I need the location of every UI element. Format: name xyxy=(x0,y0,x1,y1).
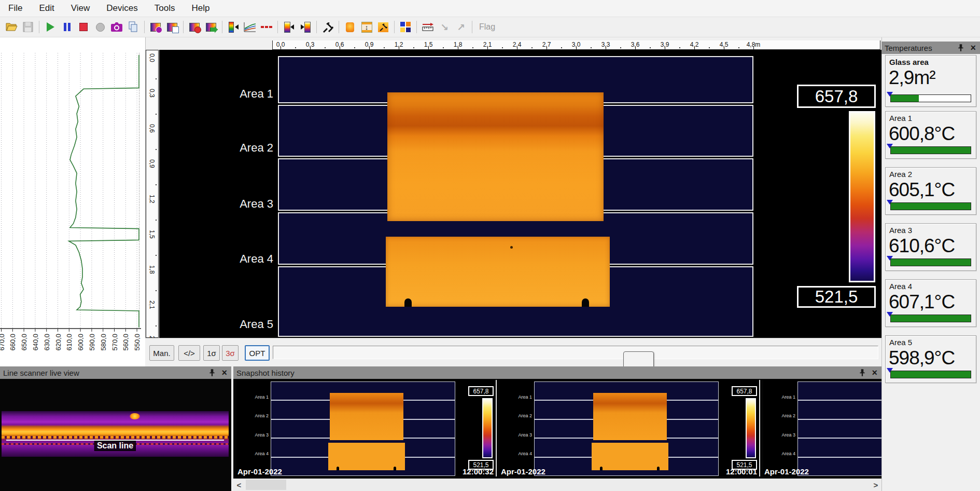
toolbar-separator xyxy=(183,21,184,33)
temperature-card-area-3[interactable]: Area 3610,6°C xyxy=(885,223,976,271)
scroll-right-icon[interactable]: > xyxy=(870,479,881,491)
flag-button[interactable]: Flag xyxy=(475,22,499,32)
tools-icon[interactable] xyxy=(320,19,335,35)
snapshot-colorbar xyxy=(482,398,493,458)
card-label: Area 4 xyxy=(889,282,912,291)
svg-text:620,0: 620,0 xyxy=(54,334,62,351)
area-1-label: Area 1 xyxy=(216,87,273,101)
range-out-icon[interactable] xyxy=(298,19,313,35)
close-icon[interactable]: × xyxy=(221,369,227,377)
pan-forward-icon[interactable]: ↗ xyxy=(453,19,469,35)
menu-help[interactable]: Help xyxy=(183,0,218,17)
image-export-icon[interactable] xyxy=(164,19,180,35)
snapshot-area-label: Area 4 xyxy=(246,451,269,456)
line-scanner-header: Line scanner live view × xyxy=(0,366,231,379)
temperatures-panel-header: Temperatures × xyxy=(881,42,980,54)
snapshot-date: Apr-01-2022 xyxy=(764,467,809,476)
temperature-card-glass-area[interactable]: Glass area2,9m² xyxy=(885,55,976,107)
record-icon[interactable] xyxy=(92,19,108,35)
range-step-button[interactable]: </> xyxy=(178,345,200,361)
manual-range-button[interactable]: Man. xyxy=(149,345,174,361)
scrollbar-thumb[interactable] xyxy=(246,480,286,490)
temperature-card-area-5[interactable]: Area 5598,9°C xyxy=(885,335,976,383)
menu-devices[interactable]: Devices xyxy=(98,0,146,17)
image-save-icon[interactable] xyxy=(187,19,202,35)
snapshot-date: Apr-01-2022 xyxy=(237,467,282,476)
card-value: 607,1°C xyxy=(889,291,955,313)
snapshot-thumbnail[interactable]: Area 1 Area 2 Area 3 Area 4 Apr-01-2022 xyxy=(763,380,881,476)
toolbar-separator xyxy=(316,21,317,33)
area-3-label: Area 3 xyxy=(216,197,273,211)
card-value: 600,8°C xyxy=(889,123,955,145)
snapshot-glass-lower xyxy=(592,443,668,470)
temperature-colorbar xyxy=(849,111,875,282)
scale-min-value: 521,5 xyxy=(797,286,876,308)
three-sigma-button[interactable]: 3σ xyxy=(222,345,239,361)
svg-text:610,0: 610,0 xyxy=(65,334,73,351)
scroll-left-icon[interactable]: < xyxy=(233,479,245,491)
view-controls-bar: Man. </> 1σ 3σ OPT xyxy=(145,338,881,367)
snapshot-thumbnail[interactable]: Area 1 Area 2 Area 3 Area 4 657,8 521,5 … xyxy=(236,380,497,476)
snapshot-area-grid xyxy=(797,381,881,476)
pin-icon[interactable] xyxy=(957,44,965,52)
pin-icon[interactable] xyxy=(858,369,866,377)
snapshot-thumbnail[interactable]: Area 1 Area 2 Area 3 Area 4 657,8 521,5 … xyxy=(500,380,760,476)
one-sigma-button[interactable]: 1σ xyxy=(203,345,220,361)
snapshot-colorbar xyxy=(746,398,756,458)
snapshot-area-label: Area 3 xyxy=(246,432,269,438)
image-snapshot-icon[interactable] xyxy=(148,19,163,35)
snapshot-area-label: Area 1 xyxy=(773,394,795,400)
line-scanner-live-view[interactable]: Scan line xyxy=(0,379,231,491)
save-icon[interactable] xyxy=(20,19,36,35)
auto-range-icon[interactable]: ↕ xyxy=(359,19,374,35)
open-icon[interactable] xyxy=(4,19,19,35)
snapshot-area-label: Area 1 xyxy=(246,394,269,400)
pause-icon[interactable] xyxy=(59,19,75,35)
profile-curves-icon[interactable] xyxy=(242,19,258,35)
scanner-thermal-strip: Scan line xyxy=(2,411,229,457)
menu-view[interactable]: View xyxy=(63,0,99,17)
close-icon[interactable]: × xyxy=(872,369,877,377)
area-5-label: Area 5 xyxy=(216,318,273,331)
image-forward-icon[interactable] xyxy=(203,19,219,35)
menu-tools[interactable]: Tools xyxy=(146,0,184,17)
stop-icon[interactable] xyxy=(76,19,91,35)
glass-sheet-hot-zone-upper xyxy=(387,92,604,221)
thermal-image-view[interactable]: Area 1 Area 2 Area 3 Area 4 Area 5 657,8… xyxy=(159,50,881,338)
quad-layout-icon[interactable] xyxy=(398,19,413,35)
temperature-card-area-2[interactable]: Area 2605,1°C xyxy=(885,167,976,215)
temperatures-panel-title: Temperatures xyxy=(885,44,957,52)
profile-chart-svg: 670,0660,0650,0640,0630,0620,0610,0600,0… xyxy=(0,51,145,366)
snapshot-scrollbar[interactable]: < > xyxy=(233,479,881,491)
temperature-card-area-4[interactable]: Area 4607,1°C xyxy=(885,279,976,327)
temperatures-panel: Glass area2,9m²Area 1600,8°CArea 2605,1°… xyxy=(881,37,980,491)
isotherm-dashes-icon[interactable] xyxy=(259,19,274,35)
menu-edit[interactable]: Edit xyxy=(31,0,62,17)
ruler-tick-label: 0,0 xyxy=(148,53,156,62)
opt-range-button[interactable]: OPT xyxy=(245,345,270,361)
svg-text:650,0: 650,0 xyxy=(20,334,28,351)
application-window: File Edit View Devices Tools Help xyxy=(0,0,980,491)
timeline-slider-track[interactable] xyxy=(273,346,878,359)
area-tools-icon[interactable] xyxy=(375,19,391,35)
ruler-tick-label: 1,2 xyxy=(148,195,156,203)
range-in-icon[interactable] xyxy=(281,19,297,35)
pan-back-icon[interactable]: ↘ xyxy=(437,19,452,35)
scanner-dotted-row xyxy=(2,436,229,438)
snapshot-camera-icon[interactable] xyxy=(109,19,124,35)
copy-icon[interactable] xyxy=(125,19,141,35)
snapshot-glass-upper xyxy=(330,393,403,440)
measure-distance-icon[interactable] xyxy=(420,19,436,35)
snapshot-history-title: Snapshot history xyxy=(236,369,858,377)
card-label: Glass area xyxy=(889,58,929,66)
toolbar-separator xyxy=(339,21,339,33)
palette-edit-icon[interactable] xyxy=(226,19,241,35)
emissivity-area-icon[interactable] xyxy=(342,19,358,35)
close-icon[interactable]: × xyxy=(970,44,976,52)
menu-file[interactable]: File xyxy=(0,0,31,17)
pin-icon[interactable] xyxy=(208,369,216,377)
temperature-card-area-1[interactable]: Area 1600,8°C xyxy=(885,111,976,159)
card-value: 605,1°C xyxy=(889,179,955,201)
card-progress-bar xyxy=(890,258,971,266)
start-icon[interactable] xyxy=(43,19,58,35)
